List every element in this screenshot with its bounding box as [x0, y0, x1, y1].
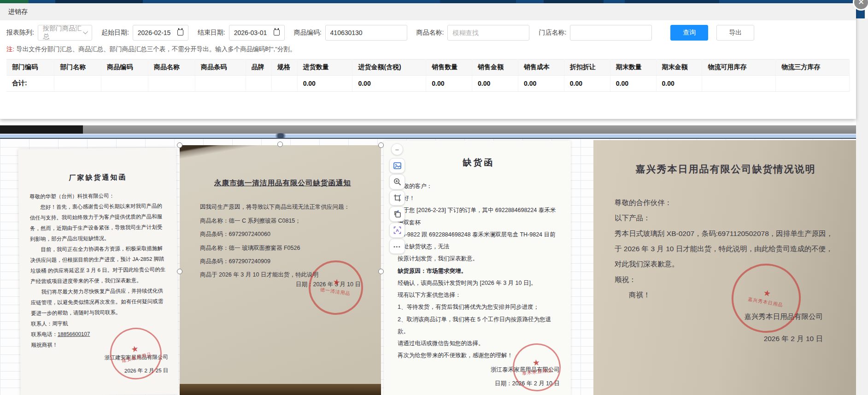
- totals-cell: [148, 76, 195, 92]
- doc2-line: 商品名称：德一 玻璃双面擦窗器 F0526: [200, 242, 365, 255]
- selection-handle-top-left[interactable]: [177, 142, 182, 148]
- doc-deyi-shortage-notice[interactable]: 永康市德一清洁用品有限公司缺货函通知 因我司生产原因，将导致以下商品出现无法正常…: [180, 145, 381, 395]
- doc4-line: 顺祝：: [615, 272, 837, 287]
- page-vertical-scrollbar[interactable]: [856, 18, 868, 395]
- doc3-line: 再次为给您带来的不便致歉，感谢您的理解！: [398, 349, 560, 361]
- zoom-in-icon[interactable]: [389, 174, 405, 189]
- doc1-phone-label: 联系电话：: [31, 331, 58, 337]
- crop-icon[interactable]: [389, 190, 405, 206]
- doc-xiuben-shortage-statement[interactable]: 嘉兴秀本日用品有限公司缺货情况说明 尊敬的合作伙伴： 以下产品： 秀本日式玻璃刮…: [593, 140, 856, 395]
- column-header: 销售金额: [472, 59, 518, 76]
- doc3-line: 现有以下方案供您选择：: [398, 289, 560, 301]
- more-icon[interactable]: •••: [389, 239, 405, 254]
- image-toolbar: − A •••: [389, 143, 407, 254]
- copy-icon[interactable]: [389, 206, 405, 222]
- totals-cell: [776, 76, 850, 92]
- doc1-date: 2026 年 2 月 25 日: [31, 365, 168, 377]
- column-header: 期末数量: [610, 59, 656, 76]
- doc3-line: 请通过电话或微信告知您的选择。: [398, 337, 560, 349]
- query-form: 报表陈列: 按部门商品汇总 起始日期: 2026-02-15 结束日期: 202…: [0, 20, 856, 41]
- sku-label: 商品编码:: [294, 29, 322, 37]
- doc3-line: 经确认，该商品预计发货时间为 [2026 年 3 月 10 日]。: [398, 277, 560, 289]
- totals-cell: [54, 76, 101, 92]
- doc3-line: 2、取消该商品订单，我们将在 5 个工作日内按原路径为您退款。: [398, 313, 560, 338]
- totals-cell: 0.00: [656, 76, 702, 92]
- totals-cell: [246, 76, 271, 92]
- store-name-input[interactable]: [570, 25, 652, 41]
- svg-text:A: A: [396, 228, 399, 233]
- topbar-green-segment: [0, 0, 29, 3]
- doc-taihe-shortage-letter[interactable]: 缺货函 尊敬的客户： 您好！ 关于您 [2026-2-23] 下订的订单，其中 …: [384, 141, 571, 395]
- column-header: 销售成本: [518, 59, 564, 76]
- totals-cell: [195, 76, 246, 92]
- end-date-input[interactable]: 2026-03-01: [229, 25, 285, 41]
- topbar-segment: [625, 0, 719, 3]
- start-date-input[interactable]: 2026-02-15: [133, 25, 188, 41]
- column-header: 品牌: [246, 59, 271, 76]
- column-header: 部门编码: [6, 59, 54, 76]
- doc1-title: 厂家缺货通知函: [29, 170, 166, 185]
- topbar-segment: [544, 0, 604, 3]
- report-type-label: 报表陈列:: [6, 29, 34, 37]
- totals-row: 合计: 0.00 0.00 0.00 0.00 0.00 0.00 0.00 0…: [6, 76, 850, 92]
- collapse-minus-icon[interactable]: −: [391, 143, 403, 155]
- totals-cell: 0.00: [297, 76, 352, 92]
- insert-image-icon[interactable]: [389, 158, 405, 173]
- column-header: 规格: [271, 59, 297, 76]
- doc1-line: 我们将尽最大努力尽快恢复产品供应，并持续优化供应链管理，以避免类似情况再次发生。…: [30, 285, 168, 318]
- totals-cell: 0.00: [472, 76, 518, 92]
- product-name-label: 商品名称:: [416, 29, 444, 37]
- doc4-company: 嘉兴秀本日用品有限公司: [615, 309, 837, 324]
- start-date-label: 起始日期:: [101, 29, 129, 37]
- product-name-input[interactable]: [447, 25, 529, 41]
- doc1-line: 尊敬的华塑（台州）科技有限公司：: [29, 190, 166, 202]
- column-header: 期末金额: [656, 59, 702, 76]
- query-button[interactable]: 查询: [670, 25, 708, 41]
- column-header: 部门名称: [54, 59, 101, 76]
- selection-handle-top-center[interactable]: [277, 141, 283, 147]
- calendar-icon[interactable]: [274, 29, 280, 35]
- store-name-label: 门店名称:: [539, 29, 566, 37]
- totals-cell: 0.00: [610, 76, 656, 92]
- report-type-value: 按部门商品汇总: [43, 24, 84, 41]
- doc1-company: 浙江建安家居用品有限公司: [31, 352, 168, 364]
- column-header: 进货数量: [297, 59, 352, 76]
- topbar-segment: [440, 0, 516, 3]
- sheet-horizontal-scrollbar[interactable]: [0, 125, 856, 134]
- summary-table: 部门编码 部门名称 商品编码 商品名称 商品条码 品牌 规格 进货数量 进货金额…: [6, 59, 850, 92]
- doc2-line: 商品条码：6972907240909: [200, 255, 365, 268]
- column-header: 物流可用库存: [702, 59, 776, 76]
- column-header: 销售数量: [426, 59, 472, 76]
- column-header: 折扣折让: [564, 59, 610, 76]
- sku-input[interactable]: [325, 25, 407, 41]
- selection-handle-mid-left[interactable]: [177, 269, 182, 274]
- totals-cell: [702, 76, 776, 92]
- note-text: 导出文件分部门汇总、商品汇总、部门商品汇总三个表，不需分开导出。输入多个商品编码…: [16, 46, 296, 53]
- doc2-date: 日期：2026 年 3 月 10 日: [296, 278, 361, 291]
- doc2-title: 永康市德一清洁用品有限公司缺货函通知: [200, 175, 365, 191]
- selection-handle-mid-right[interactable]: [378, 269, 384, 274]
- horizontal-scrollbar-thumb[interactable]: [0, 125, 83, 134]
- browser-topbar: [0, 0, 865, 3]
- doc2-line: 商品条码：6972907240060: [200, 228, 365, 241]
- ocr-text-icon[interactable]: A: [389, 223, 405, 238]
- totals-cell: 0.00: [518, 76, 564, 92]
- export-button[interactable]: 导出: [716, 25, 754, 41]
- doc3-line: 关于您 [2026-2-23] 下订的订单，其中 6922884698224 泰…: [398, 204, 560, 229]
- doc4-line: 商祺！: [615, 287, 837, 302]
- doc2-line: 商品名称：德一 C 系列擦玻器 C0815；: [200, 214, 365, 228]
- table-header-row: 部门编码 部门名称 商品编码 商品名称 商品条码 品牌 规格 进货数量 进货金额…: [6, 59, 850, 76]
- column-header: 商品条码: [195, 59, 246, 76]
- doc1-phone-value: 18856600107: [58, 331, 90, 337]
- doc-factory-shortage-letter[interactable]: 厂家缺货通知函 尊敬的华塑（台州）科技有限公司： 您好！首先，衷心感谢贵公司长期…: [18, 147, 179, 395]
- doc1-line: 目前，我司正在全力协调各方资源，积极采取措施解决供应问题，但根据目前的生产进度，…: [30, 243, 167, 287]
- selection-handle-top-right[interactable]: [378, 142, 384, 148]
- column-header: 进货金额(含税): [352, 59, 426, 76]
- doc3-line: 缺货原因：市场需求突增。: [398, 265, 560, 277]
- splitter-bar[interactable]: [0, 134, 856, 138]
- column-header: 物流三方库存: [776, 59, 850, 76]
- doc1-phone: 联系电话：18856600107: [31, 328, 168, 340]
- calendar-icon[interactable]: [177, 29, 183, 35]
- report-type-select[interactable]: 按部门商品汇总: [38, 25, 92, 41]
- doc4-line: 以下产品：: [615, 210, 837, 225]
